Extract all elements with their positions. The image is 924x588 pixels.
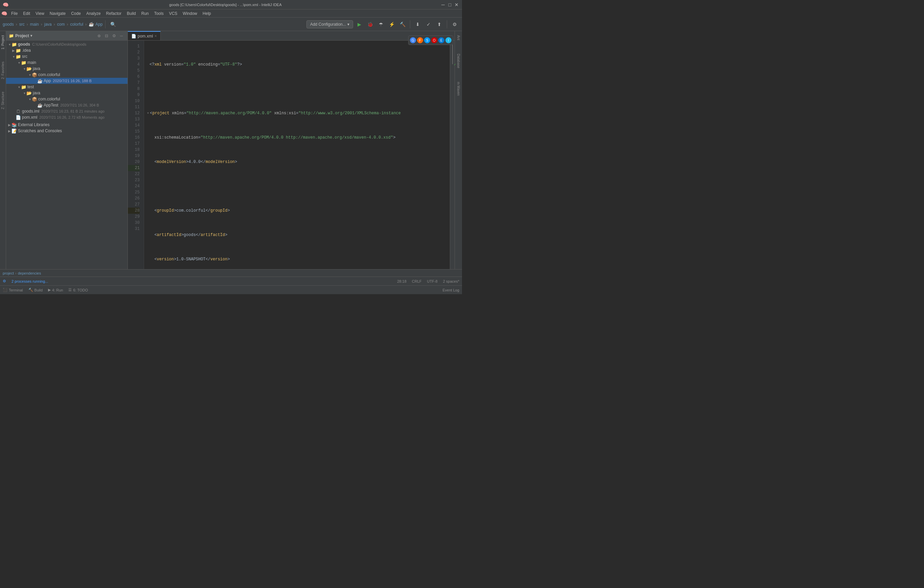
sidebar-tab-favorites[interactable]: 2: Favorites bbox=[0, 59, 5, 82]
expand-external-libs-arrow[interactable]: ▶ bbox=[7, 123, 12, 127]
build-button[interactable]: 🔨 bbox=[398, 20, 407, 29]
expand-scratches-arrow[interactable]: ▶ bbox=[7, 129, 12, 133]
vcs-push-button[interactable]: ⬆ bbox=[435, 20, 444, 29]
right-tab-database[interactable]: Database bbox=[456, 51, 461, 71]
minimize-button[interactable]: ─ bbox=[441, 2, 446, 7]
expand-main-arrow[interactable]: ▾ bbox=[17, 61, 21, 64]
sidebar-tab-structure[interactable]: Z: Structure bbox=[0, 89, 5, 112]
breadcrumb-main[interactable]: main bbox=[30, 22, 39, 27]
goods-path: C:\Users\Colorful\Desktop\goods bbox=[32, 42, 86, 46]
breadcrumb-bottom-project[interactable]: project bbox=[3, 271, 14, 275]
tree-item-pom-xml[interactable]: 📄 pom.xml 2020/7/21 16:26, 2.72 kB Momen… bbox=[6, 114, 127, 120]
right-tab-maven[interactable]: m Maven bbox=[456, 79, 461, 99]
menu-run[interactable]: Run bbox=[139, 10, 152, 17]
tree-item-external-libs[interactable]: ▶ 📚 External Libraries bbox=[6, 122, 127, 128]
expand-goods-arrow[interactable]: ▾ bbox=[7, 43, 12, 46]
breadcrumb-bottom-dependencies[interactable]: dependencies bbox=[18, 271, 41, 275]
project-icon: 📁 bbox=[9, 33, 14, 38]
scrollbar[interactable]: ✓ bbox=[450, 41, 455, 269]
expand-java-test-arrow[interactable]: ▾ bbox=[22, 91, 26, 95]
tree-item-java-main[interactable]: ▾ 📂 java bbox=[6, 66, 127, 72]
expand-src-arrow[interactable]: ▾ bbox=[12, 55, 16, 59]
expand-test-arrow[interactable]: ▾ bbox=[17, 85, 21, 89]
build-bottom-button[interactable]: 🔨 Build bbox=[28, 288, 43, 292]
code-editor[interactable]: 1 2 3 4 5 6 7 8 9 10 11 12 13 14 15 16 1 bbox=[128, 41, 455, 269]
settings-button[interactable]: ⚙ bbox=[450, 20, 459, 29]
opera-icon[interactable]: O bbox=[431, 37, 437, 43]
maximize-button[interactable]: □ bbox=[447, 2, 452, 7]
menu-help[interactable]: Help bbox=[200, 10, 214, 17]
terminal-button[interactable]: ⬛ Terminal bbox=[3, 288, 23, 292]
menu-navigate[interactable]: Navigate bbox=[47, 10, 68, 17]
tree-item-goods-iml[interactable]: 🗒 goods.iml 2020/7/21 16:23, 81 B 21 min… bbox=[6, 108, 127, 114]
profile-button[interactable]: ⚡ bbox=[387, 20, 396, 29]
encoding-status[interactable]: UTF-8 bbox=[427, 279, 438, 283]
expand-java-main-arrow[interactable]: ▾ bbox=[22, 67, 26, 71]
tab-pom-xml[interactable]: 📄 pom.xml ✕ bbox=[128, 31, 161, 40]
tree-item-main[interactable]: ▾ 📁 main bbox=[6, 59, 127, 66]
collapse-all-button[interactable]: ⊟ bbox=[103, 33, 110, 39]
tree-item-idea[interactable]: ▶ 📁 .idea bbox=[6, 47, 127, 53]
menu-view[interactable]: View bbox=[33, 10, 47, 17]
statusbar-right: 28:18 CRLF UTF-8 2 spaces* bbox=[397, 279, 459, 283]
tree-item-apptest[interactable]: ☕ AppTest 2020/7/21 16:26, 304 B bbox=[6, 102, 127, 108]
vcs-commit-button[interactable]: ✓ bbox=[424, 20, 433, 29]
line-col-status[interactable]: 28:18 bbox=[397, 279, 406, 283]
hide-panel-button[interactable]: ─ bbox=[118, 33, 125, 39]
coverage-button[interactable]: ☂ bbox=[376, 20, 386, 29]
tree-item-goods[interactable]: ▾ 📁 goods C:\Users\Colorful\Desktop\good… bbox=[6, 41, 127, 47]
menu-file[interactable]: File bbox=[8, 10, 20, 17]
debug-button[interactable]: 🐞 bbox=[365, 20, 375, 29]
code-content[interactable]: <?xml version="1.0" encoding="UTF-8"?> ▾… bbox=[144, 41, 450, 269]
run-bottom-button[interactable]: ▶ 4: Run bbox=[48, 288, 63, 292]
event-log-button[interactable]: Event Log bbox=[442, 288, 459, 292]
breadcrumb-com[interactable]: com bbox=[57, 22, 65, 27]
edge-icon[interactable]: E bbox=[438, 37, 444, 43]
ie-icon[interactable]: I bbox=[446, 37, 452, 43]
breadcrumb-goods[interactable]: goods bbox=[3, 22, 14, 27]
run-button[interactable]: ▶ bbox=[355, 20, 364, 29]
scrollbar-thumb[interactable] bbox=[452, 44, 453, 64]
breadcrumb-java[interactable]: java bbox=[44, 22, 52, 27]
vcs-update-button[interactable]: ⬇ bbox=[413, 20, 422, 29]
fold-marker-3[interactable]: ▾ bbox=[147, 111, 149, 115]
tree-item-com-colorful[interactable]: ▾ 📦 com.colorful bbox=[6, 72, 127, 78]
chrome-icon[interactable]: G bbox=[410, 37, 416, 43]
menu-vcs[interactable]: VCS bbox=[167, 10, 180, 17]
indent-status[interactable]: 2 spaces* bbox=[443, 279, 459, 283]
search-everywhere-button[interactable]: 🔍 bbox=[108, 20, 118, 29]
menu-edit[interactable]: Edit bbox=[20, 10, 33, 17]
right-tab-ant[interactable]: Ant bbox=[456, 33, 461, 43]
tree-item-test[interactable]: ▾ 📁 test bbox=[6, 84, 127, 90]
settings-panel-button[interactable]: ⚙ bbox=[111, 33, 117, 39]
tree-item-app[interactable]: ☕ App 2020/7/21 16:26, 188 B bbox=[6, 78, 127, 84]
editor-area: 📄 pom.xml ✕ 1 2 3 4 5 6 7 8 9 10 bbox=[128, 31, 455, 269]
expand-idea-arrow[interactable]: ▶ bbox=[12, 49, 16, 53]
tree-item-java-test[interactable]: ▾ 📂 java bbox=[6, 90, 127, 96]
line-ending-status[interactable]: CRLF bbox=[412, 279, 422, 283]
pom-xml-meta: 2020/7/21 16:26, 2.72 kB Moments ago bbox=[39, 115, 104, 119]
add-configuration-button[interactable]: Add Configuration... ▾ bbox=[307, 20, 353, 28]
close-button[interactable]: ✕ bbox=[454, 2, 459, 7]
pom-xml-tab-close[interactable]: ✕ bbox=[154, 34, 157, 38]
locate-file-button[interactable]: ⊕ bbox=[96, 33, 102, 39]
tree-item-src[interactable]: ▾ 📁 src bbox=[6, 53, 127, 59]
tree-item-com-colorful-test[interactable]: ▾ 📦 com.colorful bbox=[6, 96, 127, 102]
breadcrumb-app[interactable]: App bbox=[96, 22, 102, 27]
menu-code[interactable]: Code bbox=[68, 10, 84, 17]
menu-window[interactable]: Window bbox=[180, 10, 200, 17]
tree-item-scratches[interactable]: ▶ 📝 Scratches and Consoles bbox=[6, 128, 127, 134]
menu-build[interactable]: Build bbox=[124, 10, 139, 17]
expand-com-colorful-test-arrow[interactable]: ▾ bbox=[28, 97, 32, 101]
expand-com-colorful-arrow[interactable]: ▾ bbox=[28, 73, 32, 77]
processes-status[interactable]: 2 processes running... bbox=[12, 279, 48, 283]
todo-button[interactable]: ☰ 6: TODO bbox=[68, 288, 88, 292]
firefox-icon[interactable]: F bbox=[417, 37, 423, 43]
safari-icon[interactable]: S bbox=[424, 37, 430, 43]
breadcrumb-src[interactable]: src bbox=[19, 22, 25, 27]
menu-analyze[interactable]: Analyze bbox=[84, 10, 104, 17]
menu-refactor[interactable]: Refactor bbox=[104, 10, 124, 17]
breadcrumb-colorful[interactable]: colorful bbox=[70, 22, 83, 27]
sidebar-tab-project[interactable]: 1: Project bbox=[0, 33, 5, 52]
menu-tools[interactable]: Tools bbox=[152, 10, 167, 17]
